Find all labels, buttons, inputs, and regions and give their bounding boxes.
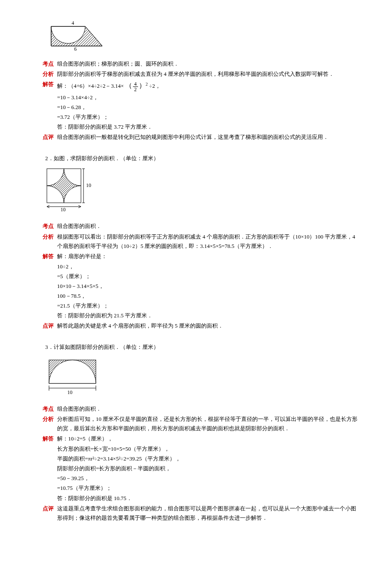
p3-dianping-row: 点评 这道题重点考查学生求组合图形面积的能力，组合图形可以是两个图形拼凑在一起，… bbox=[43, 504, 358, 523]
dianping-label: 点评 bbox=[43, 504, 57, 513]
p1-dianping-row: 点评 组合图形的面积一般都是转化到已知的规则图形中利用公式计算，这里考查了梯形和… bbox=[43, 132, 358, 142]
p1-jieda-line: =10－3.14×4÷2， bbox=[57, 93, 358, 102]
p1-jieda-lines: =10－3.14×4÷2， =10－6.28， =3.72（平方厘米）； 答：阴… bbox=[57, 93, 358, 132]
p2-fenxi-text: 根据图形可以看出：阴影部分的面积等于正方形的面积减去 4 个扇形的面积．正方形的… bbox=[57, 232, 358, 251]
p3-dianping-text: 这道题重点考查学生求组合图形面积的能力，组合图形可以是两个图形拼凑在一起，也可以… bbox=[57, 504, 358, 523]
p1-kaodian-row: 考点 组合图形的面积；梯形的面积；圆、圆环的面积． bbox=[43, 59, 358, 69]
p2-dianping-text: 解答此题的关键是求 4 个扇形的面积，即半径为 5 厘米的圆的面积． bbox=[57, 321, 358, 331]
dianping-label: 点评 bbox=[43, 132, 57, 142]
fenxi-label: 分析 bbox=[43, 414, 57, 424]
p2-jieda-line: 答：阴影部分的面积为 21.5 平方厘米． bbox=[57, 311, 358, 320]
p2-jieda-line: 10÷2， bbox=[57, 262, 358, 271]
p2-dianping-row: 点评 解答此题的关键是求 4 个扇形的面积，即半径为 5 厘米的圆的面积． bbox=[43, 321, 358, 331]
fenxi-label: 分析 bbox=[43, 232, 57, 242]
p1-jieda-line: 答：阴影部分的面积是 3.72 平方厘米． bbox=[57, 122, 358, 132]
figure-3: 10 bbox=[43, 356, 358, 399]
p3-kaodian-text: 组合图形的面积． bbox=[57, 404, 358, 414]
p3-jieda-line: 长方形的面积=长×宽=10×5=50（平方厘米）， bbox=[57, 444, 358, 454]
p3-jieda-first: 解：10÷2=5（厘米）， bbox=[57, 434, 358, 443]
figure-2: 10 10 bbox=[43, 167, 358, 216]
fig2-bottom-label: 10 bbox=[61, 207, 66, 213]
p3-jieda-line: 半圆的面积=πr²÷2=3.14×5²÷2=39.25（平方厘米）， bbox=[57, 454, 358, 463]
p2-jieda-lines: 10÷2， =5（厘米）； 10×10－3.14×5×5， 100－78.5， … bbox=[57, 262, 358, 321]
p1-jieda-line: =3.72（平方厘米）； bbox=[57, 112, 358, 122]
problem-3: 3．计算如图阴影部分的面积．（单位：厘米） 10 考点 组合图形的面积． 分析 … bbox=[43, 343, 358, 522]
p1-dianping-text: 组合图形的面积一般都是转化到已知的规则图形中利用公式计算，这里考查了梯形和圆的面… bbox=[57, 132, 358, 142]
p2-title: 2．如图，求阴影部分的面积．（单位：厘米） bbox=[45, 154, 358, 163]
p2-jieda-line: 10×10－3.14×5×5， bbox=[57, 282, 358, 291]
problem-1: 4 6 考点 组合图形的面积；梯形的面积；圆、圆环的面积． 分析 阴影部分的面积… bbox=[43, 20, 358, 142]
p2-jieda-first: 解：扇形的半径是： bbox=[57, 252, 358, 261]
p3-jieda-row: 解答 解：10÷2=5（厘米）， bbox=[43, 434, 358, 443]
p3-jieda-line: =10.75（平方厘米）； bbox=[57, 484, 358, 493]
jieda-label: 解答 bbox=[43, 80, 57, 89]
p2-jieda-line: =21.5（平方厘米）； bbox=[57, 301, 358, 311]
p3-jieda-lines: 长方形的面积=长×宽=10×5=50（平方厘米）， 半圆的面积=πr²÷2=3.… bbox=[57, 444, 358, 503]
p1-jieda-first: 解：（4+6）×4÷2÷2－3.14× （ 4 2 ）2 ÷2， bbox=[57, 80, 358, 92]
p1-fenxi-text: 阴影部分的面积等于梯形的面积减去直径为 4 厘米的半圆的面积，利用梯形和半圆的面… bbox=[57, 69, 358, 79]
p1-jieda-line: =10－6.28， bbox=[57, 103, 358, 112]
fig1-top-label: 4 bbox=[72, 20, 74, 26]
problem-2: 2．如图，求阴影部分的面积．（单位：厘米） 10 10 考点 组 bbox=[43, 154, 358, 331]
kaodian-label: 考点 bbox=[43, 59, 57, 69]
p1-jieda-pre: 解：（4+6）×4÷2÷2－3.14× bbox=[57, 83, 124, 89]
figure-1: 4 6 bbox=[43, 20, 358, 54]
fig2-right-label: 10 bbox=[86, 182, 91, 188]
p3-jieda-line: 阴影部分的面积=长方形的面积－半圆的面积， bbox=[57, 464, 358, 473]
p3-fenxi-text: 分析图后可知，10 厘米不仅是半圆的直径，还是长方形的长，根据半径等于直径的一半… bbox=[57, 414, 358, 433]
jieda-label: 解答 bbox=[43, 434, 57, 443]
p2-fenxi-row: 分析 根据图形可以看出：阴影部分的面积等于正方形的面积减去 4 个扇形的面积．正… bbox=[43, 232, 358, 251]
fig3-bottom-label: 10 bbox=[67, 389, 72, 395]
kaodian-label: 考点 bbox=[43, 222, 57, 231]
p2-jieda-row: 解答 解：扇形的半径是： bbox=[43, 252, 358, 261]
p2-kaodian-text: 组合图形的面积． bbox=[57, 222, 358, 231]
p3-kaodian-row: 考点 组合图形的面积． bbox=[43, 404, 358, 414]
p2-jieda-line: =5（厘米）； bbox=[57, 272, 358, 281]
p1-jieda-post: ÷2， bbox=[149, 83, 161, 89]
kaodian-label: 考点 bbox=[43, 404, 57, 414]
fenxi-label: 分析 bbox=[43, 69, 57, 79]
p3-jieda-line: 答：阴影部分的面积是 10.75． bbox=[57, 494, 358, 503]
fraction-4-over-2: 4 2 bbox=[133, 81, 138, 92]
p1-fenxi-row: 分析 阴影部分的面积等于梯形的面积减去直径为 4 厘米的半圆的面积，利用梯形和半… bbox=[43, 69, 358, 79]
p3-fenxi-row: 分析 分析图后可知，10 厘米不仅是半圆的直径，还是长方形的长，根据半径等于直径… bbox=[43, 414, 358, 433]
p2-kaodian-row: 考点 组合图形的面积． bbox=[43, 222, 358, 231]
p3-title: 3．计算如图阴影部分的面积．（单位：厘米） bbox=[45, 343, 358, 352]
p1-jieda-row: 解答 解：（4+6）×4÷2÷2－3.14× （ 4 2 ）2 ÷2， bbox=[43, 80, 358, 92]
p1-kaodian-text: 组合图形的面积；梯形的面积；圆、圆环的面积． bbox=[57, 59, 358, 69]
jieda-label: 解答 bbox=[43, 252, 57, 261]
p2-jieda-line: 100－78.5， bbox=[57, 291, 358, 301]
p3-jieda-line: =50－39.25， bbox=[57, 474, 358, 483]
dianping-label: 点评 bbox=[43, 321, 57, 331]
fig1-bottom-label: 6 bbox=[74, 46, 77, 51]
